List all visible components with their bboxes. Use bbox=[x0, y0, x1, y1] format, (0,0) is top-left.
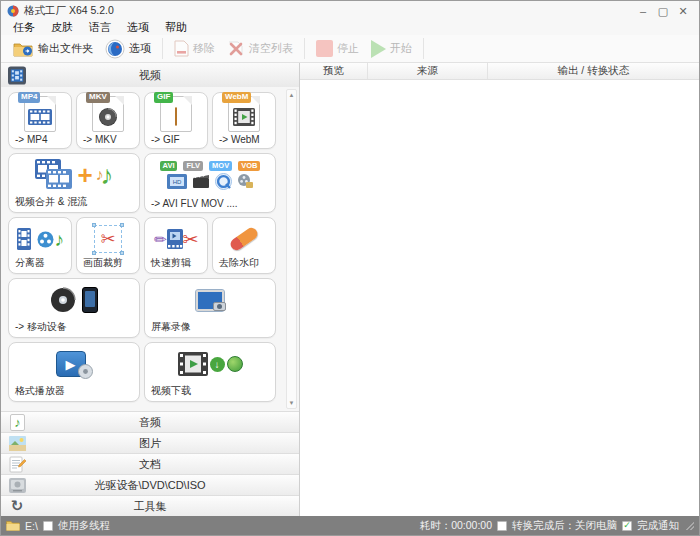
tile-to-gif[interactable]: GIF -> GIF bbox=[144, 92, 208, 149]
window-controls: – ▢ ✕ bbox=[633, 4, 693, 18]
small-disc-icon bbox=[78, 364, 93, 379]
screen-record-icon bbox=[145, 281, 275, 319]
minimize-button[interactable]: – bbox=[633, 4, 653, 18]
tile-label: -> MP4 bbox=[15, 134, 48, 145]
tile-label: 视频下载 bbox=[151, 384, 191, 398]
options-globe-icon bbox=[105, 39, 125, 59]
shutdown-after-label[interactable]: 转换完成后：关闭电脑 bbox=[512, 519, 617, 533]
toolbar: 输出文件夹 选项 移除 bbox=[1, 35, 699, 63]
toolbar-separator bbox=[304, 38, 305, 59]
tile-to-webm[interactable]: WebM -> WebM bbox=[212, 92, 276, 149]
menu-language[interactable]: 语言 bbox=[81, 20, 119, 35]
quick-clip-icon: ✎ ✂ bbox=[145, 220, 207, 258]
close-button[interactable]: ✕ bbox=[673, 4, 693, 18]
task-queue-panel: 预览 来源 输出 / 转换状态 bbox=[300, 63, 699, 516]
output-path-folder-icon[interactable] bbox=[6, 520, 20, 531]
multithread-label[interactable]: 使用多线程 bbox=[58, 519, 111, 533]
notify-done-label[interactable]: 完成通知 bbox=[637, 519, 679, 533]
tile-video-download[interactable]: ↓ 视频下载 bbox=[144, 342, 276, 402]
elapsed-time: 耗时：00:00:00 bbox=[420, 519, 492, 533]
section-optical-drive[interactable]: 光驱设备\DVD\CD\ISO bbox=[1, 474, 299, 495]
clear-list-label: 清空列表 bbox=[249, 41, 293, 56]
section-toolset[interactable]: ↻ 工具集 bbox=[1, 495, 299, 516]
section-picture-label: 图片 bbox=[1, 436, 299, 451]
resize-grip[interactable] bbox=[686, 522, 694, 530]
tile-quick-clip[interactable]: ✎ ✂ 快速剪辑 bbox=[144, 217, 208, 274]
remove-file-icon bbox=[174, 40, 189, 57]
output-path[interactable]: E:\ bbox=[25, 520, 38, 532]
tiles-scrollbar[interactable]: ▲ ▼ bbox=[286, 89, 297, 409]
tile-to-mkv[interactable]: MKV -> MKV bbox=[76, 92, 140, 149]
stop-button[interactable]: 停止 bbox=[310, 38, 365, 59]
start-label: 开始 bbox=[390, 41, 412, 56]
menu-options[interactable]: 选项 bbox=[119, 20, 157, 35]
column-preview[interactable]: 预览 bbox=[300, 63, 368, 79]
picture-icon bbox=[8, 434, 26, 452]
output-folder-label: 输出文件夹 bbox=[38, 41, 93, 56]
output-folder-button[interactable]: 输出文件夹 bbox=[7, 39, 99, 59]
menu-tasks[interactable]: 任务 bbox=[5, 20, 43, 35]
scroll-up-icon[interactable]: ▲ bbox=[289, 90, 295, 100]
tile-format-player[interactable]: ▶ 格式播放器 bbox=[8, 342, 140, 402]
tile-label: -> AVI FLV MOV .... bbox=[151, 198, 238, 209]
multithread-checkbox[interactable] bbox=[43, 521, 53, 531]
disc-icon bbox=[50, 287, 76, 313]
section-toolset-label: 工具集 bbox=[1, 499, 299, 514]
section-audio[interactable]: ♪ 音频 bbox=[1, 411, 299, 432]
start-play-icon bbox=[371, 40, 386, 58]
menu-skin[interactable]: 皮肤 bbox=[43, 20, 81, 35]
globe-icon bbox=[227, 356, 243, 372]
tile-crop[interactable]: ✂ 画面裁剪 bbox=[76, 217, 140, 274]
section-document[interactable]: 文档 bbox=[1, 453, 299, 474]
format-icons-row: HD bbox=[167, 173, 254, 190]
tile-remove-watermark[interactable]: 去除水印 bbox=[212, 217, 276, 274]
plus-icon: + bbox=[77, 162, 92, 188]
music-note-icon: ♪ bbox=[55, 230, 65, 249]
section-picture[interactable]: 图片 bbox=[1, 432, 299, 453]
mkv-file-icon: MKV bbox=[77, 95, 139, 133]
mobile-device-icon bbox=[9, 281, 139, 319]
scissors-icon: ✂ bbox=[182, 230, 198, 249]
tile-screen-record[interactable]: 屏幕录像 bbox=[144, 278, 276, 338]
optical-drive-icon bbox=[8, 476, 26, 494]
tile-to-avi-flv-mov[interactable]: AVI FLV MOV VOB HD -> AVI FLV MOV .... bbox=[144, 153, 276, 213]
download-arrow-icon: ↓ bbox=[210, 357, 225, 372]
notify-done-checkbox[interactable]: ✓ bbox=[622, 521, 632, 531]
column-output-status[interactable]: 输出 / 转换状态 bbox=[488, 63, 699, 79]
tile-demuxer[interactable]: ♪ 分离器 bbox=[8, 217, 72, 274]
tile-label: 格式播放器 bbox=[15, 384, 65, 398]
clear-list-button[interactable]: 清空列表 bbox=[221, 38, 299, 59]
status-bar: E:\ 使用多线程 耗时：00:00:00 转换完成后：关闭电脑 ✓ 完成通知 bbox=[1, 516, 699, 535]
tile-label: 屏幕录像 bbox=[151, 320, 191, 334]
shutdown-after-checkbox[interactable] bbox=[497, 521, 507, 531]
tile-label: 去除水印 bbox=[219, 256, 259, 270]
maximize-button[interactable]: ▢ bbox=[653, 4, 673, 18]
menu-help[interactable]: 帮助 bbox=[157, 20, 195, 35]
tile-mobile-device[interactable]: -> 移动设备 bbox=[8, 278, 140, 338]
quicktime-icon bbox=[215, 173, 232, 190]
mp4-file-icon: MP4 bbox=[9, 95, 71, 133]
video-download-icon: ↓ bbox=[145, 345, 275, 383]
section-video[interactable]: 视频 bbox=[1, 63, 299, 87]
media-reel-icon bbox=[237, 173, 254, 189]
avi-flv-mov-icons: AVI FLV MOV VOB HD bbox=[145, 156, 275, 194]
tile-video-merge-mux[interactable]: + ♪ ♪ 视频合并 & 混流 bbox=[8, 153, 140, 213]
tile-label: -> MKV bbox=[83, 134, 117, 145]
toolset-icon: ↻ bbox=[8, 497, 26, 515]
remove-button[interactable]: 移除 bbox=[168, 38, 221, 59]
options-button[interactable]: 选项 bbox=[99, 37, 157, 61]
tile-label: -> 移动设备 bbox=[15, 320, 67, 334]
tile-label: 视频合并 & 混流 bbox=[15, 195, 87, 209]
section-document-label: 文档 bbox=[1, 457, 299, 472]
app-logo-icon bbox=[7, 5, 19, 17]
tile-to-mp4[interactable]: MP4 -> MP4 bbox=[8, 92, 72, 149]
toolbar-separator bbox=[162, 38, 163, 59]
column-source[interactable]: 来源 bbox=[368, 63, 488, 79]
crop-icon: ✂ bbox=[77, 220, 139, 258]
smartphone-icon bbox=[82, 287, 98, 313]
scroll-down-icon[interactable]: ▼ bbox=[289, 398, 295, 408]
queue-empty-body[interactable] bbox=[300, 80, 699, 516]
clapperboard-icon bbox=[192, 173, 210, 189]
start-button[interactable]: 开始 bbox=[365, 38, 418, 60]
queue-header: 预览 来源 输出 / 转换状态 bbox=[300, 63, 699, 80]
